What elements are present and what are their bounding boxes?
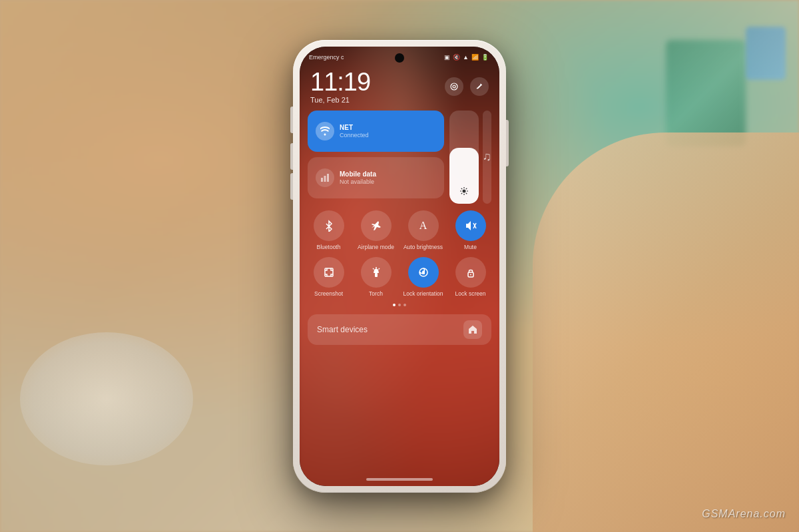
- torch-button[interactable]: Torch: [355, 257, 397, 297]
- sun-icon: [460, 187, 468, 195]
- time-row: 11:19 Tue, Feb 21: [308, 69, 491, 104]
- mute-status-icon: 🔇: [453, 54, 460, 61]
- svg-line-20: [373, 268, 374, 270]
- music-tile[interactable]: ♫: [483, 111, 492, 204]
- smart-devices-label: Smart devices: [317, 325, 368, 334]
- svg-line-13: [461, 192, 461, 193]
- edit-shortcut-icon: [475, 83, 483, 91]
- wifi-tile-text: NET Connected: [340, 124, 369, 138]
- phone-screen: Emergency c ▣ 🔇 ▲ 📶 🔋 11:19: [300, 47, 499, 486]
- brightness-slider[interactable]: [449, 111, 479, 204]
- sim-icon: ▣: [444, 54, 450, 61]
- svg-rect-17: [375, 273, 378, 277]
- bg-object: [746, 27, 786, 80]
- watermark-text: GSMArena.com: [702, 508, 786, 520]
- home-smart-icon: [468, 325, 477, 334]
- mobile-data-title: Mobile data: [340, 170, 376, 178]
- quick-buttons-row2: Screenshot: [308, 257, 491, 297]
- torch-circle: [361, 257, 392, 288]
- mobile-tile-text: Mobile data Not available: [340, 170, 376, 185]
- brightness-icon: [460, 187, 468, 197]
- wifi-icon: [320, 127, 330, 136]
- airplane-icon: [370, 220, 382, 232]
- emergency-call-text: Emergency c: [309, 54, 344, 61]
- wifi-network-name: NET: [340, 124, 369, 132]
- svg-rect-16: [325, 268, 333, 276]
- bluetooth-button[interactable]: Bluetooth: [308, 210, 350, 250]
- camera-notch: [395, 53, 404, 63]
- settings-shortcut-button[interactable]: [445, 77, 463, 96]
- clock-time: 11:19: [310, 69, 370, 95]
- svg-line-21: [378, 268, 380, 270]
- bluetooth-circle: [314, 210, 344, 241]
- dot-1: [393, 304, 396, 306]
- sliders-section: ♫: [449, 111, 492, 204]
- network-tiles: NET Connected: [308, 111, 444, 204]
- music-icon: ♫: [483, 150, 492, 164]
- edit-shortcut-button[interactable]: [470, 77, 489, 96]
- svg-point-1: [453, 85, 455, 88]
- svg-point-0: [451, 83, 457, 90]
- svg-rect-4: [327, 174, 329, 182]
- bluetooth-label: Bluetooth: [317, 244, 341, 250]
- top-controls: NET Connected: [308, 111, 491, 204]
- lock-screen-circle: [455, 257, 486, 288]
- mute-circle: [455, 210, 486, 241]
- auto-brightness-icon: A: [419, 220, 427, 232]
- svg-rect-3: [324, 176, 326, 182]
- screenshot-label: Screenshot: [314, 290, 343, 297]
- svg-point-26: [470, 274, 471, 275]
- screenshot-circle: [314, 257, 344, 288]
- torch-label: Torch: [369, 290, 383, 297]
- pagination-dots: [308, 304, 491, 306]
- home-indicator[interactable]: [366, 478, 433, 481]
- auto-brightness-label: Auto brightness: [403, 244, 443, 250]
- lock-screen-button[interactable]: Lock screen: [449, 257, 491, 297]
- wifi-status: Connected: [340, 132, 369, 138]
- lock-orientation-circle: [408, 257, 439, 288]
- lock-orientation-button[interactable]: Lock orientation: [402, 257, 444, 297]
- clock-date: Tue, Feb 21: [310, 96, 370, 104]
- dot-3: [403, 304, 406, 306]
- time-action-icons: [445, 77, 489, 96]
- settings-shortcut-icon: [450, 83, 458, 91]
- mute-button[interactable]: Mute: [449, 210, 491, 250]
- wifi-status-icon: ▲: [463, 54, 469, 61]
- scene: GSMArena.com Emergency c ▣ 🔇 ▲ 📶 🔋: [0, 0, 799, 532]
- bluetooth-icon: [323, 220, 335, 232]
- control-panel: 11:19 Tue, Feb 21: [308, 69, 491, 459]
- svg-line-10: [461, 188, 461, 188]
- phone-wrapper: Emergency c ▣ 🔇 ▲ 📶 🔋 11:19: [293, 40, 506, 493]
- svg-line-12: [465, 188, 466, 188]
- wifi-tile-icon: [316, 122, 334, 140]
- auto-brightness-circle: A: [408, 210, 439, 241]
- status-icons: ▣ 🔇 ▲ 📶 🔋: [444, 54, 489, 61]
- dot-2: [398, 304, 401, 306]
- mobile-data-tile[interactable]: Mobile data Not available: [308, 157, 444, 198]
- quick-buttons-row1: Bluetooth Airplane mode: [308, 210, 491, 250]
- screenshot-button[interactable]: Screenshot: [308, 257, 350, 297]
- auto-brightness-button[interactable]: A Auto brightness: [402, 210, 444, 250]
- airplane-label: Airplane mode: [358, 244, 394, 250]
- lock-screen-label: Lock screen: [455, 290, 486, 297]
- mute-label: Mute: [464, 244, 477, 250]
- bg-table: [20, 332, 193, 465]
- torch-icon: [370, 266, 382, 278]
- mobile-data-status: Not available: [340, 178, 376, 185]
- wifi-tile[interactable]: NET Connected: [308, 111, 444, 152]
- airplane-mode-button[interactable]: Airplane mode: [355, 210, 397, 250]
- smart-devices-tile[interactable]: Smart devices: [308, 314, 491, 345]
- mobile-bars-icon: [321, 174, 329, 182]
- svg-marker-18: [374, 268, 379, 273]
- smart-devices-icon: [463, 320, 482, 339]
- svg-rect-2: [321, 178, 323, 182]
- svg-line-11: [465, 192, 466, 193]
- lock-orientation-icon: [417, 266, 429, 278]
- airplane-circle: [361, 210, 392, 241]
- lock-orientation-label: Lock orientation: [403, 290, 443, 297]
- screenshot-icon: [323, 266, 335, 278]
- bg-plant: [666, 40, 746, 146]
- time-date-block: 11:19 Tue, Feb 21: [310, 69, 370, 104]
- lock-screen-icon: [465, 266, 477, 278]
- svg-point-5: [462, 189, 465, 192]
